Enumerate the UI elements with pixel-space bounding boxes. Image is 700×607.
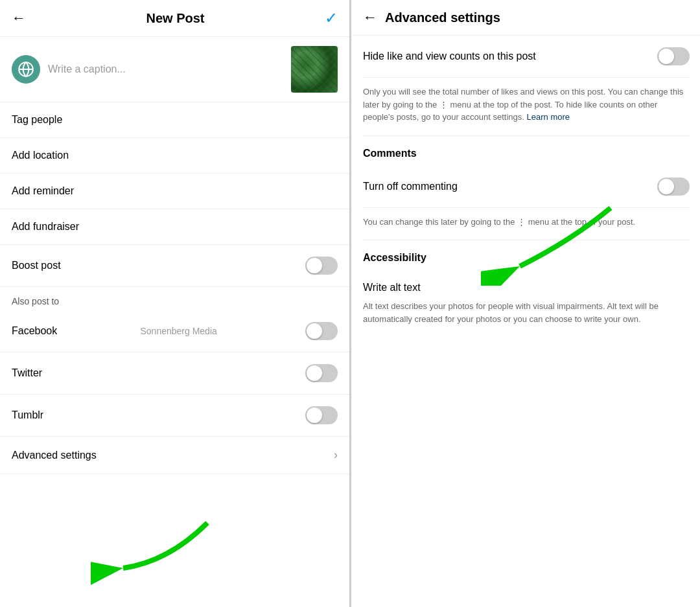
comments-heading: Comments	[363, 136, 690, 166]
advanced-settings-item[interactable]: Advanced settings ›	[0, 437, 349, 474]
twitter-toggle[interactable]	[305, 364, 338, 382]
advanced-settings-title: Advanced settings	[385, 10, 500, 25]
turn-off-commenting-row: Turn off commenting	[363, 166, 690, 208]
tumblr-label: Tumblr	[12, 409, 43, 421]
hide-counts-toggle[interactable]	[657, 47, 690, 65]
post-thumbnail	[291, 46, 338, 93]
add-location-item[interactable]: Add location	[0, 138, 349, 174]
turn-off-commenting-label: Turn off commenting	[363, 181, 657, 192]
advanced-settings-header: ← Advanced settings	[351, 0, 700, 36]
also-post-section-label: Also post to	[0, 287, 349, 310]
boost-post-label: Boost post	[12, 260, 61, 271]
advanced-settings-label: Advanced settings	[12, 450, 97, 461]
add-location-label: Add location	[12, 150, 69, 161]
facebook-value: Sonnenberg Media	[140, 326, 216, 336]
new-post-header: ← New Post ✓	[0, 0, 349, 37]
avatar	[12, 55, 40, 84]
caption-area[interactable]: Write a caption...	[0, 37, 349, 102]
facebook-toggle[interactable]	[305, 322, 338, 340]
caption-input[interactable]: Write a caption...	[48, 63, 283, 75]
tag-people-label: Tag people	[12, 114, 62, 126]
comments-section: Comments Turn off commenting You can cha…	[351, 136, 700, 241]
confirm-button[interactable]: ✓	[325, 9, 338, 27]
alt-text-description: Alt text describes your photos for peopl…	[363, 300, 690, 337]
hide-counts-description: Only you will see the total number of li…	[363, 78, 690, 136]
boost-post-item[interactable]: Boost post	[0, 245, 349, 287]
write-alt-text-label: Write alt text	[363, 282, 421, 293]
add-reminder-label: Add reminder	[12, 185, 74, 197]
learn-more-link[interactable]: Learn more	[527, 112, 570, 122]
accessibility-heading: Accessibility	[363, 240, 690, 270]
twitter-item[interactable]: Twitter	[0, 352, 349, 395]
right-back-button[interactable]: ←	[363, 9, 377, 26]
globe-icon	[18, 61, 34, 78]
hide-counts-section: Hide like and view counts on this post O…	[351, 36, 700, 136]
boost-post-toggle[interactable]	[305, 257, 338, 275]
add-reminder-item[interactable]: Add reminder	[0, 174, 349, 209]
accessibility-section: Accessibility Write alt text Alt text de…	[351, 240, 700, 337]
facebook-item[interactable]: Facebook Sonnenberg Media	[0, 310, 349, 352]
facebook-label: Facebook	[12, 325, 57, 337]
page-title: New Post	[146, 11, 204, 26]
add-fundraiser-label: Add fundraiser	[12, 221, 79, 233]
chevron-right-icon: ›	[334, 448, 338, 462]
hide-counts-label: Hide like and view counts on this post	[363, 51, 657, 62]
hide-counts-row: Hide like and view counts on this post	[363, 36, 690, 78]
tag-people-item[interactable]: Tag people	[0, 102, 349, 138]
tumblr-toggle[interactable]	[305, 406, 338, 424]
add-fundraiser-item[interactable]: Add fundraiser	[0, 209, 349, 245]
turn-off-commenting-toggle[interactable]	[657, 178, 690, 196]
write-alt-text-row[interactable]: Write alt text	[363, 270, 690, 300]
twitter-label: Twitter	[12, 367, 42, 379]
back-button[interactable]: ←	[12, 10, 26, 27]
turn-off-commenting-description: You can change this later by going to th…	[363, 208, 690, 241]
tumblr-item[interactable]: Tumblr	[0, 395, 349, 437]
